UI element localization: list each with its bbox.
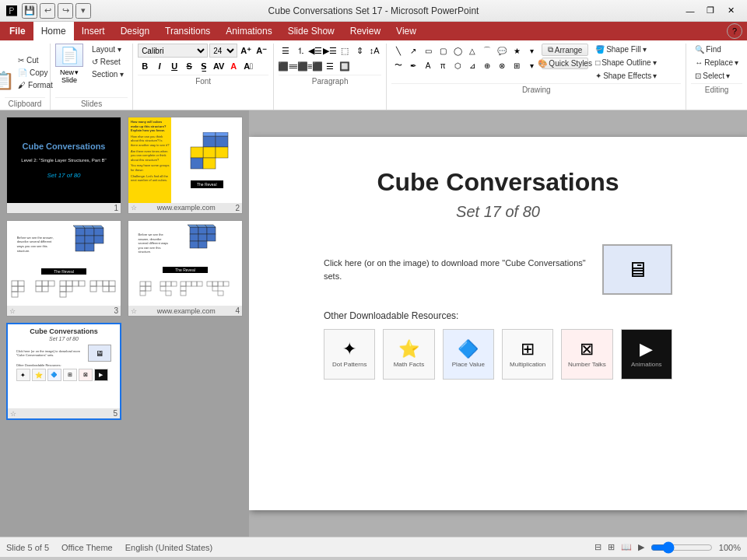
main-resource-4[interactable]: ⊞ Multiplication (502, 329, 553, 380)
undo-button[interactable]: ↩ (40, 3, 55, 19)
tab-review[interactable]: Review (342, 22, 388, 40)
rounded-rect-tool[interactable]: ▢ (436, 44, 450, 58)
resource-4[interactable]: ⊞ (63, 369, 77, 381)
font-family-select[interactable]: Calibri (138, 44, 208, 58)
resource-6[interactable]: ▶ (94, 369, 108, 381)
align-center-button[interactable]: ≡⬛ (293, 59, 307, 73)
layout-button[interactable]: Layout ▾ (88, 44, 128, 55)
arrange-button[interactable]: ⧉ Arrange (542, 44, 588, 56)
tab-animations[interactable]: Animations (218, 22, 279, 40)
rect-tool[interactable]: ▭ (421, 44, 435, 58)
tab-file[interactable]: File (2, 22, 33, 40)
shape-outline-button[interactable]: □ Shape Outline ▾ (591, 57, 661, 68)
main-download-image[interactable]: 🖥 (602, 244, 672, 295)
zoom-slider[interactable] (651, 541, 713, 554)
equation-tool[interactable]: π (436, 58, 450, 72)
justify-button[interactable]: ☰ (323, 59, 337, 73)
slide-thumb-1[interactable]: Cube Conversations Level 2: "Single Laye… (6, 117, 121, 214)
main-resource-6[interactable]: ▶ Animations (621, 329, 672, 380)
star-tool[interactable]: ★ (510, 44, 524, 58)
connector-tool[interactable]: ⌒ (480, 44, 494, 58)
smart-art-button[interactable]: 🔲 (338, 59, 352, 73)
main-resource-5[interactable]: ⊠ Number Talks (561, 329, 612, 380)
numbering-button[interactable]: ⒈ (293, 44, 307, 58)
close-button[interactable]: ✕ (721, 4, 741, 18)
increase-indent-button[interactable]: ▶☰ (323, 44, 337, 58)
italic-button[interactable]: I (153, 59, 167, 73)
minimize-button[interactable]: — (680, 4, 700, 18)
slide-thumb-3[interactable]: Before we see the answer, describe sever… (6, 220, 121, 317)
slide-sorter-button[interactable]: ⊞ (608, 542, 615, 552)
slides-panel[interactable]: Cube Conversations Level 2: "Single Laye… (0, 110, 249, 537)
slide-thumb-2[interactable]: How many will cubes make up this structu… (128, 117, 243, 214)
quick-styles-button[interactable]: 🎨 Quick Styles (542, 58, 588, 69)
callout-tool[interactable]: 💬 (495, 44, 509, 58)
maximize-button[interactable]: ❐ (700, 4, 721, 18)
main-resource-1[interactable]: ✦ Dot Patterns (324, 329, 375, 380)
bullets-button[interactable]: ☰ (279, 44, 293, 58)
shape5[interactable]: ⬡ (451, 58, 465, 72)
slide-thumb-4[interactable]: Before we see the answer, describe sever… (128, 220, 243, 317)
main-resource-3[interactable]: 🔷 Place Value (443, 329, 494, 380)
shape8[interactable]: ⊗ (495, 58, 509, 72)
normal-view-button[interactable]: ⊟ (594, 542, 601, 552)
tab-design[interactable]: Design (113, 22, 157, 40)
oval-tool[interactable]: ◯ (451, 44, 465, 58)
char-spacing-button[interactable]: AV (212, 59, 226, 73)
find-button[interactable]: 🔍 Find (691, 44, 742, 55)
strikethrough-button[interactable]: S (182, 59, 196, 73)
customize-qa-button[interactable]: ▾ (75, 3, 91, 19)
tab-insert[interactable]: Insert (74, 22, 113, 40)
reset-button[interactable]: ↺ Reset (88, 56, 128, 68)
textbox-tool[interactable]: A (421, 58, 435, 72)
bold-button[interactable]: B (138, 59, 152, 73)
shape9[interactable]: ⊞ (510, 58, 524, 72)
main-resource-2[interactable]: ⭐ Math Facts (383, 329, 434, 380)
freeform-tool[interactable]: 〜 (391, 58, 405, 72)
font-shrink-button[interactable]: A⁻ (254, 44, 268, 58)
font-grow-button[interactable]: A⁺ (239, 44, 253, 58)
resource-5[interactable]: ⊠ (79, 369, 93, 381)
triangle-tool[interactable]: △ (465, 44, 479, 58)
help-button[interactable]: ? (727, 23, 742, 39)
scribble-tool[interactable]: ✒ (406, 58, 420, 72)
font-size-select[interactable]: 24 (209, 44, 237, 58)
line-spacing-button[interactable]: ⇕ (352, 44, 366, 58)
resource-1[interactable]: ✦ (16, 369, 30, 381)
line-tool[interactable]: ╲ (391, 44, 405, 58)
tab-home[interactable]: Home (33, 22, 74, 40)
paste-button[interactable]: 📋 ✂ Cut 📄 Copy 🖌 Format (5, 44, 45, 93)
active-slide[interactable]: Cube Conversations Set 17 of 80 Click he… (249, 137, 747, 510)
decrease-indent-button[interactable]: ◀☰ (308, 44, 322, 58)
clear-format-button[interactable]: A⃝ (241, 59, 255, 73)
align-right-button[interactable]: ≡⬛ (308, 59, 322, 73)
replace-button[interactable]: ↔ Replace ▾ (691, 57, 742, 68)
download-preview[interactable]: 🖥 (88, 345, 111, 362)
section-button[interactable]: Section ▾ (88, 68, 128, 80)
tab-slideshow[interactable]: Slide Show (280, 22, 342, 40)
resource-3[interactable]: 🔷 (47, 369, 61, 381)
columns-button[interactable]: ⬚ (338, 44, 352, 58)
shape-effects-button[interactable]: ✦ Shape Effects ▾ (591, 70, 661, 82)
underline-button[interactable]: U (167, 59, 181, 73)
font-color-button[interactable]: A (226, 59, 240, 73)
text-shadow-button[interactable]: S̲ (197, 59, 211, 73)
shape7[interactable]: ⊕ (480, 58, 494, 72)
select-button[interactable]: ⊡ Select ▾ (691, 70, 742, 82)
redo-button[interactable]: ↪ (58, 3, 73, 19)
text-direction-button[interactable]: ↕A (367, 44, 381, 58)
shape-more[interactable]: ▾ (524, 58, 538, 72)
arrow-tool[interactable]: ↗ (406, 44, 420, 58)
shape-fill-button[interactable]: 🪣 Shape Fill ▾ (591, 44, 661, 55)
more-shapes-button[interactable]: ▾ (524, 44, 538, 58)
slide-thumb-5[interactable]: Cube Conversations Set 17 of 80 Click he… (6, 323, 121, 420)
shape6[interactable]: ⊿ (465, 58, 479, 72)
slideshow-button[interactable]: ▶ (638, 542, 644, 552)
align-left-button[interactable]: ⬛≡ (279, 59, 293, 73)
tab-transitions[interactable]: Transitions (157, 22, 218, 40)
resource-2[interactable]: ⭐ (32, 369, 46, 381)
tab-view[interactable]: View (388, 22, 424, 40)
reading-view-button[interactable]: 📖 (621, 542, 632, 552)
new-slide-button[interactable]: 📄 New ▾ Slide (55, 44, 83, 84)
save-button[interactable]: 💾 (22, 3, 37, 19)
